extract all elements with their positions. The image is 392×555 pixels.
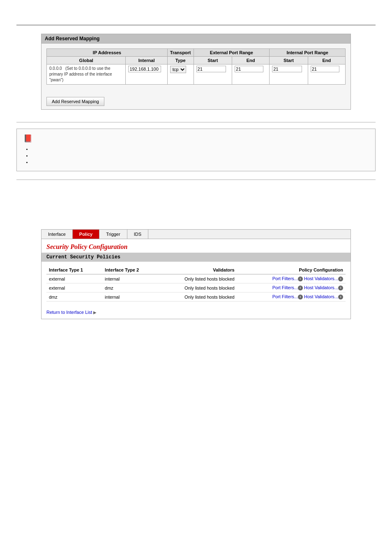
ext-end-input[interactable] (235, 66, 263, 72)
cell-type1: external (46, 283, 102, 292)
port-filters-link[interactable]: Port Filters... (272, 285, 298, 290)
subheader-global: Global (47, 57, 126, 64)
note-item-3 (32, 159, 369, 164)
add-reserved-mapping-button[interactable]: Add Reserved Mapping (46, 97, 104, 106)
tab-policy[interactable]: Policy (73, 230, 99, 239)
table-row: externaldmzOnly listed hosts blockedPort… (46, 283, 346, 292)
cell-policy-config: Port Filters...i Host Validators...i (237, 274, 346, 283)
return-to-interface-list-link[interactable]: Return to Interface List (46, 310, 92, 315)
add-reserved-mapping-panel: Add Reserved Mapping IP Addresses Transp… (41, 34, 351, 110)
note-item-1 (32, 146, 369, 151)
host-validators-link[interactable]: Host Validators... (304, 285, 338, 290)
panel-body: IP Addresses Transport External Port Ran… (42, 44, 350, 90)
cell-validators: Only listed hosts blocked (158, 283, 237, 292)
security-policy-title: Security Policy Configuration (42, 239, 350, 253)
type-cell[interactable]: tcp (167, 64, 194, 85)
host-validators-info-icon[interactable]: i (338, 295, 343, 299)
note-box: 📕 (16, 129, 376, 171)
col-header-transport: Transport (167, 49, 194, 57)
internal-ip-input[interactable] (128, 66, 161, 72)
host-validators-link[interactable]: Host Validators... (304, 294, 338, 299)
int-end-cell[interactable] (308, 64, 345, 85)
top-divider (16, 25, 376, 25)
tab-trigger[interactable]: Trigger (99, 230, 127, 239)
port-filters-link[interactable]: Port Filters... (272, 276, 298, 281)
cell-type2: internal (102, 274, 158, 283)
current-policies-header: Current Security Policies (42, 253, 350, 262)
table-row: dmzinternalOnly listed hosts blockedPort… (46, 292, 346, 302)
spacer-area (0, 192, 392, 225)
cell-type1: external (46, 274, 102, 283)
policy-table: Interface Type 1 Interface Type 2 Valida… (46, 266, 346, 302)
subheader-int-end: End (308, 57, 345, 64)
bottom-divider (16, 180, 376, 180)
subheader-int-start: Start (270, 57, 308, 64)
mapping-table: IP Addresses Transport External Port Ran… (46, 48, 346, 85)
subheader-ext-start: Start (194, 57, 232, 64)
host-validators-info-icon[interactable]: i (338, 276, 343, 281)
ext-start-cell[interactable] (194, 64, 232, 85)
note-list (32, 146, 369, 164)
subheader-type: Type (167, 57, 194, 64)
th-validators: Validators (158, 266, 237, 274)
col-header-int-port: Internal Port Range (270, 49, 346, 57)
col-header-ext-port: External Port Range (194, 49, 270, 57)
cell-policy-config: Port Filters...i Host Validators...i (237, 283, 346, 292)
cell-type2: internal (102, 292, 158, 302)
th-policy-config: Policy Configuration (237, 266, 346, 274)
th-interface-type-2: Interface Type 2 (102, 266, 158, 274)
tabs-row: Interface Policy Trigger IDS (42, 230, 350, 239)
btn-area: Add Reserved Mapping (42, 90, 350, 109)
global-cell: 0.0.0.0 (Set to 0.0.0.0 to use the prima… (47, 64, 126, 85)
cell-validators: Only listed hosts blocked (158, 274, 237, 283)
port-filters-info-icon[interactable]: i (298, 295, 303, 299)
book-icon: 📕 (23, 134, 369, 143)
tab-interface[interactable]: Interface (42, 230, 73, 239)
host-validators-info-icon[interactable]: i (338, 286, 343, 290)
subheader-internal: Internal (126, 57, 167, 64)
table-row: externalinternalOnly listed hosts blocke… (46, 274, 346, 283)
cell-type1: dmz (46, 292, 102, 302)
cell-policy-config: Port Filters...i Host Validators...i (237, 292, 346, 302)
cell-validators: Only listed hosts blocked (158, 292, 237, 302)
global-ip-value: 0.0.0.0 (49, 66, 62, 71)
subheader-ext-end: End (232, 57, 270, 64)
port-filters-info-icon[interactable]: i (298, 276, 303, 281)
host-validators-link[interactable]: Host Validators... (304, 276, 338, 281)
mid-divider (16, 122, 376, 122)
ext-end-cell[interactable] (232, 64, 270, 85)
note-item-2 (32, 153, 369, 158)
cell-type2: dmz (102, 283, 158, 292)
int-start-input[interactable] (272, 66, 302, 72)
transport-type-select[interactable]: tcp (170, 66, 186, 73)
panel-title: Add Reserved Mapping (42, 34, 350, 44)
col-header-ip: IP Addresses (47, 49, 168, 57)
security-policy-panel: Interface Policy Trigger IDS Security Po… (41, 229, 351, 319)
return-link-area: Return to Interface List ▶ (42, 306, 350, 319)
int-end-input[interactable] (311, 66, 339, 72)
internal-cell[interactable] (126, 64, 167, 85)
return-link-icon: ▶ (93, 310, 97, 315)
ext-start-input[interactable] (196, 66, 226, 72)
int-start-cell[interactable] (270, 64, 308, 85)
th-interface-type-1: Interface Type 1 (46, 266, 102, 274)
tab-ids[interactable]: IDS (127, 230, 148, 239)
port-filters-link[interactable]: Port Filters... (272, 294, 298, 299)
port-filters-info-icon[interactable]: i (298, 286, 303, 290)
